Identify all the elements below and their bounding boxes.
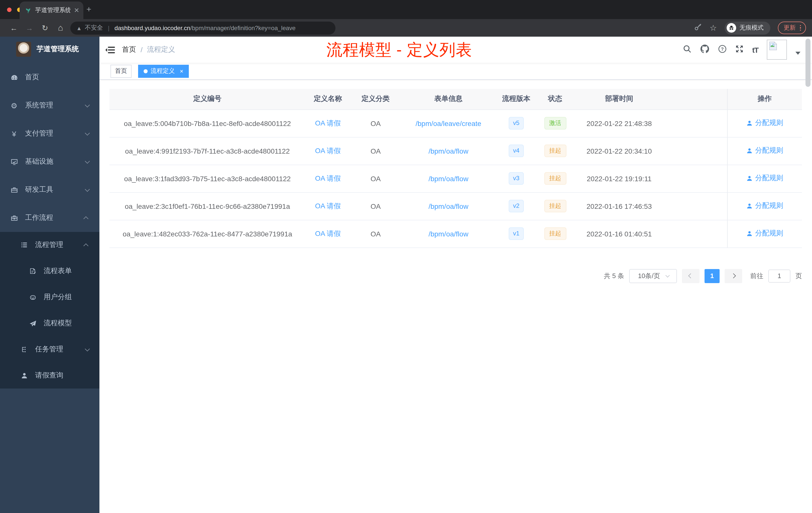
- reload-icon[interactable]: ↻: [37, 23, 53, 32]
- bookmark-star-icon[interactable]: ☆: [709, 23, 717, 33]
- column-header-操作: 操作: [727, 89, 802, 110]
- column-header-状态: 状态: [536, 89, 574, 110]
- home-icon[interactable]: ⌂: [53, 23, 68, 33]
- sidebar-menu: 首页⚙系统管理¥支付管理基础设施研发工具工作流程: [0, 63, 99, 232]
- sidebar: 芋道管理系统 首页⚙系统管理¥支付管理基础设施研发工具工作流程 流程管理流程表单…: [0, 37, 99, 513]
- close-window-button[interactable]: [7, 7, 11, 12]
- cell-deploy-time: 2022-01-22 20:34:10: [574, 137, 664, 164]
- table-row: oa_leave:2:3c1f0ef1-76b1-11ec-9c66-a2380…: [110, 192, 802, 220]
- definition-name-link[interactable]: OA 请假: [315, 229, 341, 237]
- page-size-select[interactable]: 10条/页: [629, 269, 677, 283]
- table-row: oa_leave:3:1fad3d93-7b75-11ec-a3c8-acde4…: [110, 164, 802, 192]
- cell-version: v2: [496, 192, 536, 220]
- address-bar[interactable]: ▲ 不安全 | dashboard.yudao.iocoder.cn/bpm/m…: [70, 21, 336, 34]
- sidebar-subitem-流程模型[interactable]: 流程模型: [0, 310, 99, 336]
- sidebar-item-研发工具[interactable]: 研发工具: [0, 176, 99, 204]
- tab-title: 芋道管理系统: [35, 6, 70, 14]
- sidebar-subitem-label: 任务管理: [35, 345, 63, 354]
- assign-rule-button[interactable]: 分配规则: [746, 202, 783, 211]
- definition-name-link[interactable]: OA 请假: [315, 174, 341, 182]
- goto-page-input[interactable]: [768, 269, 790, 282]
- cell-status: 挂起: [536, 220, 574, 247]
- definition-name-link[interactable]: OA 请假: [315, 146, 341, 154]
- column-filler: [664, 89, 727, 110]
- sidebar-item-label: 基础设施: [25, 157, 53, 166]
- scrollbar-thumb[interactable]: [806, 39, 811, 87]
- incognito-badge: 无痕模式: [724, 21, 770, 34]
- assign-rule-button[interactable]: 分配规则: [746, 119, 783, 128]
- form-link[interactable]: /bpm/oa/flow: [429, 175, 468, 182]
- sidebar-logo[interactable]: 芋道管理系统: [0, 37, 99, 62]
- column-header-定义编号: 定义编号: [110, 89, 305, 110]
- sidebar-item-工作流程[interactable]: 工作流程: [0, 204, 99, 232]
- prev-page-button[interactable]: [682, 269, 699, 283]
- browser-tab[interactable]: 芋道管理系统 ✕: [20, 1, 83, 19]
- screen: 芋道管理系统 ✕ + ← → ↻ ⌂ ▲ 不安全 | dashboard.yud…: [0, 0, 812, 513]
- sidebar-item-支付管理[interactable]: ¥支付管理: [0, 119, 99, 148]
- current-page-button[interactable]: 1: [704, 269, 720, 283]
- cell-filler: [664, 110, 727, 137]
- sidebar-subitem-请假查询[interactable]: 请假查询: [0, 362, 99, 389]
- avatar[interactable]: [767, 40, 787, 60]
- browser-tabstrip: 芋道管理系统 ✕ +: [0, 0, 812, 19]
- cell-definition-name: OA 请假: [305, 137, 350, 164]
- cell-actions: 分配规则: [727, 137, 802, 164]
- breadcrumb-current: 流程定义: [147, 45, 175, 54]
- cell-form: /bpm/oa/leave/create: [401, 110, 496, 137]
- github-icon[interactable]: [700, 44, 709, 56]
- chevron-right-icon: [731, 273, 736, 278]
- tag-流程定义[interactable]: 流程定义×: [138, 64, 189, 78]
- definition-name-link[interactable]: OA 请假: [315, 119, 341, 127]
- breadcrumb-home[interactable]: 首页: [122, 45, 136, 54]
- sidebar-subitem-流程管理[interactable]: 流程管理: [0, 232, 99, 258]
- main-area: 首页 / 流程定义 流程模型 - 定义列表 ? tT 首页流程定义×: [99, 37, 812, 513]
- key-icon[interactable]: [694, 23, 702, 33]
- tag-首页[interactable]: 首页: [111, 64, 132, 78]
- back-icon[interactable]: ←: [6, 24, 22, 32]
- cell-definition-id: oa_leave:4:991f2193-7b7f-11ec-a3c8-acde4…: [110, 137, 305, 164]
- pagination-total: 共 5 条: [604, 271, 624, 280]
- chevron-up-icon: [83, 216, 88, 221]
- sidebar-subitem-任务管理[interactable]: 任务管理: [0, 336, 99, 362]
- chevron-down-icon: [85, 346, 90, 351]
- sidebar-item-基础设施[interactable]: 基础设施: [0, 148, 99, 176]
- next-page-button[interactable]: [725, 269, 742, 283]
- cell-category: OA: [350, 164, 401, 192]
- cell-category: OA: [350, 192, 401, 220]
- forward-icon[interactable]: →: [22, 24, 37, 32]
- cell-actions: 分配规则: [727, 220, 802, 247]
- assign-rule-button[interactable]: 分配规则: [746, 229, 783, 238]
- cell-filler: [664, 192, 727, 220]
- sidebar-fold-icon[interactable]: [106, 46, 115, 54]
- browser-menu-icon[interactable]: [800, 25, 801, 31]
- new-tab-button[interactable]: +: [86, 4, 91, 14]
- cell-deploy-time: 2022-01-22 19:19:11: [574, 164, 664, 192]
- update-button[interactable]: 更新: [778, 22, 806, 34]
- form-link[interactable]: /bpm/oa/flow: [429, 202, 468, 210]
- tab-close-icon[interactable]: ✕: [74, 7, 79, 13]
- breadcrumb: 首页 / 流程定义: [122, 45, 175, 54]
- chevron-left-icon: [688, 273, 693, 278]
- security-label: 不安全: [85, 24, 103, 32]
- sidebar-item-系统管理[interactable]: ⚙系统管理: [0, 91, 99, 119]
- sidebar-subitem-用户分组[interactable]: 用户分组: [0, 284, 99, 310]
- assign-rule-button[interactable]: 分配规则: [746, 146, 783, 155]
- assign-rule-label: 分配规则: [755, 119, 783, 128]
- form-link[interactable]: /bpm/oa/flow: [429, 230, 468, 238]
- page-size-value: 10条/页: [638, 271, 660, 280]
- assign-rule-button[interactable]: 分配规则: [746, 174, 783, 183]
- column-header-定义名称: 定义名称: [305, 89, 350, 110]
- fullscreen-icon[interactable]: [735, 44, 744, 55]
- help-icon[interactable]: ?: [718, 44, 727, 55]
- form-link[interactable]: /bpm/oa/flow: [429, 147, 468, 155]
- search-icon[interactable]: [683, 44, 692, 55]
- sidebar-subitem-流程表单[interactable]: 流程表单: [0, 258, 99, 284]
- tag-close-icon[interactable]: ×: [180, 67, 183, 74]
- avatar-caret-icon[interactable]: [795, 52, 801, 55]
- sidebar-item-首页[interactable]: 首页: [0, 63, 99, 91]
- sidebar-subitem-label: 流程表单: [44, 267, 72, 276]
- font-size-icon[interactable]: tT: [752, 46, 758, 54]
- logo-title: 芋道管理系统: [37, 45, 79, 54]
- form-link[interactable]: /bpm/oa/leave/create: [415, 119, 481, 127]
- definition-name-link[interactable]: OA 请假: [315, 202, 341, 210]
